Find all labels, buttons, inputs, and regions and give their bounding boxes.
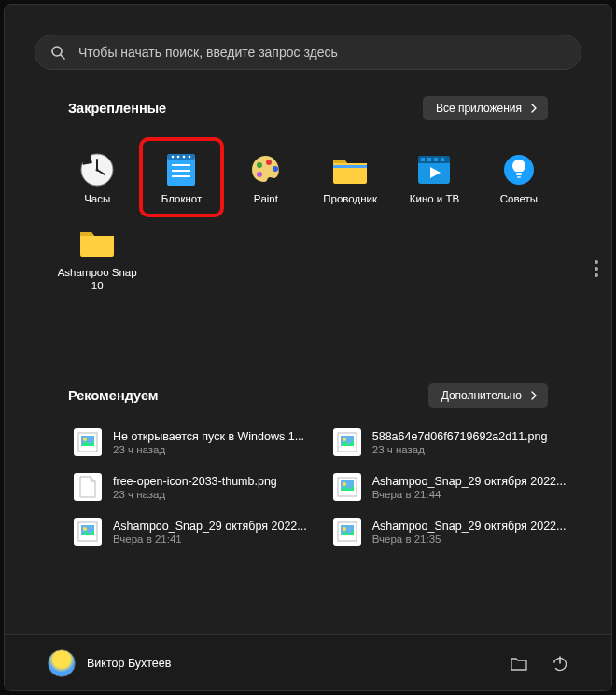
recommended-title: Рекомендуем	[68, 388, 159, 403]
app-tile-ashampoo[interactable]: Ashampoo Snap 10	[55, 217, 139, 298]
movies-icon	[415, 151, 453, 188]
start-menu-panel: Чтобы начать поиск, введите запрос здесь…	[4, 4, 612, 691]
app-label: Проводник	[323, 192, 377, 205]
recommended-item[interactable]: Не открывается пуск в Windows 1...23 ч н…	[68, 424, 313, 460]
user-button[interactable]: Виктор Бухтеев	[48, 649, 171, 677]
documents-icon[interactable]	[511, 656, 527, 671]
recommended-section: Рекомендуем Дополнительно Не открывается…	[35, 383, 581, 549]
svg-point-15	[257, 162, 262, 168]
svg-line-1	[61, 55, 64, 59]
svg-rect-27	[516, 173, 522, 175]
svg-rect-24	[434, 158, 438, 161]
recommended-item[interactable]: Ashampoo_Snap_29 октября 2022...Вчера в …	[328, 514, 572, 549]
svg-rect-22	[421, 158, 425, 161]
file-thumb-icon	[74, 473, 102, 501]
item-time: 23 ч назад	[372, 444, 548, 455]
tips-icon	[500, 151, 538, 188]
recommended-item[interactable]: Ashampoo_Snap_29 октября 2022...Вчера в …	[68, 514, 313, 549]
search-placeholder: Чтобы начать поиск, введите запрос здесь	[78, 45, 338, 60]
svg-point-14	[189, 156, 191, 159]
paint-icon	[247, 151, 285, 188]
more-label: Дополнительно	[441, 389, 522, 402]
svg-point-12	[177, 156, 180, 159]
item-name: Ashampoo_Snap_29 октября 2022...	[113, 520, 307, 533]
app-tile-clock[interactable]: Часы	[55, 137, 139, 217]
item-time: Вчера в 21:35	[372, 534, 567, 545]
svg-rect-5	[81, 154, 92, 165]
image-thumb-icon	[74, 428, 102, 456]
svg-point-16	[266, 160, 272, 165]
app-label: Блокнот	[161, 192, 202, 205]
svg-point-43	[343, 527, 346, 531]
svg-point-4	[96, 168, 99, 171]
image-thumb-icon	[333, 518, 361, 546]
explorer-icon	[331, 151, 369, 188]
user-name: Виктор Бухтеев	[87, 657, 171, 670]
svg-point-18	[257, 172, 262, 177]
power-icon[interactable]	[552, 655, 568, 672]
app-label: Советы	[500, 192, 538, 205]
app-tile-notepad[interactable]: Блокнот	[139, 137, 223, 217]
svg-point-31	[83, 438, 87, 441]
image-thumb-icon	[333, 473, 361, 501]
item-name: 588a64e7d06f6719692a2d11.png	[372, 430, 548, 443]
item-name: free-open-icon-2033-thumb.png	[113, 475, 277, 488]
app-tile-tips[interactable]: Советы	[477, 137, 561, 217]
more-button[interactable]: Дополнительно	[428, 383, 548, 408]
app-tile-paint[interactable]: Paint	[224, 137, 308, 217]
app-label: Кино и ТВ	[410, 192, 459, 205]
svg-point-11	[172, 156, 175, 159]
pinned-header: Закрепленные Все приложения	[68, 96, 548, 120]
svg-rect-7	[167, 154, 195, 160]
recommended-item[interactable]: Ashampoo_Snap_29 октября 2022...Вчера в …	[328, 469, 572, 505]
svg-rect-28	[517, 176, 521, 178]
item-name: Ashampoo_Snap_29 октября 2022...	[372, 475, 567, 488]
item-name: Ashampoo_Snap_29 октября 2022...	[372, 520, 567, 533]
folder-icon	[78, 225, 116, 262]
svg-point-40	[83, 527, 87, 531]
pinned-title: Закрепленные	[68, 101, 166, 116]
pinned-section: Закрепленные Все приложения Часы Блокнот	[35, 96, 581, 298]
chevron-right-icon	[529, 104, 539, 113]
item-time: Вчера в 21:41	[113, 534, 307, 545]
clock-icon	[78, 151, 116, 188]
notepad-icon	[162, 151, 200, 188]
item-time: Вчера в 21:44	[372, 489, 567, 500]
svg-point-13	[183, 156, 186, 159]
recommended-grid: Не открывается пуск в Windows 1...23 ч н…	[68, 424, 548, 549]
more-pages-button[interactable]	[591, 255, 602, 283]
item-name: Не открывается пуск в Windows 1...	[113, 430, 304, 443]
recommended-item[interactable]: 588a64e7d06f6719692a2d11.png23 ч назад	[328, 424, 572, 460]
image-thumb-icon	[333, 428, 361, 456]
footer-right	[511, 655, 568, 672]
svg-rect-19	[333, 165, 367, 168]
app-tile-movies[interactable]: Кино и ТВ	[392, 137, 476, 217]
svg-point-17	[273, 166, 278, 172]
svg-point-37	[343, 482, 346, 486]
svg-point-34	[343, 438, 346, 441]
item-time: 23 ч назад	[113, 489, 277, 500]
app-label: Paint	[254, 192, 278, 205]
search-box[interactable]: Чтобы начать поиск, введите запрос здесь	[35, 35, 581, 70]
avatar	[48, 649, 76, 677]
app-label: Часы	[84, 192, 110, 205]
start-footer: Виктор Бухтеев	[5, 634, 611, 690]
recommended-header: Рекомендуем Дополнительно	[68, 383, 548, 408]
search-icon	[50, 45, 65, 60]
app-tile-explorer[interactable]: Проводник	[308, 137, 392, 217]
app-label: Ashampoo Snap 10	[55, 266, 139, 293]
chevron-right-icon	[529, 391, 539, 400]
svg-rect-25	[441, 158, 444, 161]
pinned-grid: Часы Блокнот Paint Проводник	[55, 137, 561, 298]
recommended-item[interactable]: free-open-icon-2033-thumb.png23 ч назад	[68, 469, 313, 505]
all-apps-label: Все приложения	[436, 102, 522, 115]
item-time: 23 ч назад	[113, 444, 304, 455]
image-thumb-icon	[74, 518, 102, 546]
all-apps-button[interactable]: Все приложения	[423, 96, 548, 120]
svg-rect-23	[427, 158, 431, 161]
